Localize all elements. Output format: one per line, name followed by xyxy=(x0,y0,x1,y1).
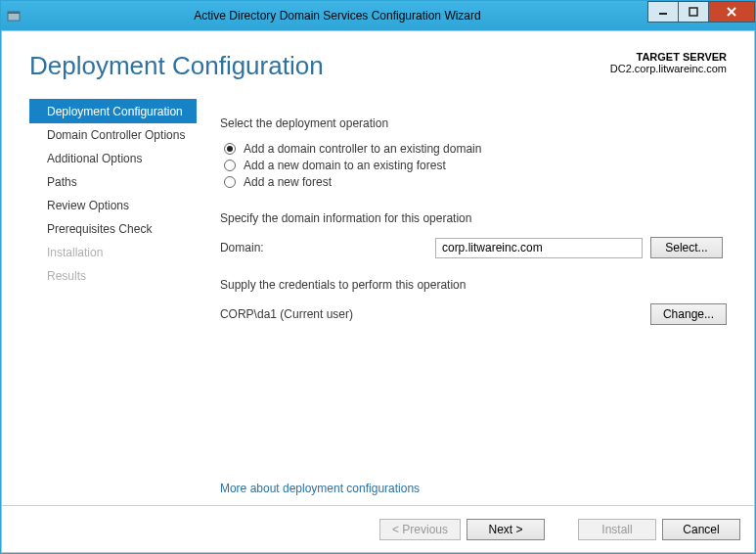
domain-label: Domain: xyxy=(220,241,435,254)
radio-label: Add a new forest xyxy=(244,175,332,189)
cancel-button[interactable]: Cancel xyxy=(662,519,740,540)
nav-results: Results xyxy=(29,264,197,288)
nav-additional-options[interactable]: Additional Options xyxy=(29,147,197,170)
change-credentials-button[interactable]: Change... xyxy=(650,303,727,325)
radio-icon xyxy=(224,143,236,155)
radio-new-domain-existing-forest[interactable]: Add a new domain to an existing forest xyxy=(224,159,727,172)
domain-input[interactable] xyxy=(435,238,643,258)
main-area: Deployment Configuration Domain Controll… xyxy=(2,89,754,505)
svg-rect-1 xyxy=(8,12,20,14)
titlebar: Active Directory Domain Services Configu… xyxy=(1,1,755,30)
next-button[interactable]: Next > xyxy=(467,519,545,540)
target-server-label: TARGET SERVER xyxy=(610,51,727,63)
nav-paths[interactable]: Paths xyxy=(29,170,197,194)
radio-label: Add a new domain to an existing forest xyxy=(244,159,446,172)
radio-label: Add a domain controller to an existing d… xyxy=(244,142,481,156)
footer: < Previous Next > Install Cancel xyxy=(2,505,754,552)
target-server-value: DC2.corp.litwareinc.com xyxy=(610,63,727,74)
svg-rect-3 xyxy=(689,8,697,16)
radio-icon xyxy=(224,160,236,171)
install-button: Install xyxy=(578,519,656,540)
page-title: Deployment Configuration xyxy=(29,51,324,81)
select-domain-button[interactable]: Select... xyxy=(650,237,723,258)
select-operation-label: Select the deployment operation xyxy=(220,116,727,130)
nav-review-options[interactable]: Review Options xyxy=(29,194,197,217)
deployment-panel: Select the deployment operation Add a do… xyxy=(197,99,727,505)
content-area: Deployment Configuration TARGET SERVER D… xyxy=(1,30,755,553)
nav-deployment-configuration[interactable]: Deployment Configuration xyxy=(29,99,197,123)
credentials-value: CORP\da1 (Current user) xyxy=(220,307,643,321)
nav-prerequisites-check[interactable]: Prerequisites Check xyxy=(29,217,197,241)
header-row: Deployment Configuration TARGET SERVER D… xyxy=(2,31,754,89)
target-server-info: TARGET SERVER DC2.corp.litwareinc.com xyxy=(610,51,727,74)
credentials-section-label: Supply the credentials to perform this o… xyxy=(220,278,727,292)
close-button[interactable] xyxy=(708,1,755,23)
nav-installation: Installation xyxy=(29,241,197,264)
window-controls xyxy=(648,1,755,23)
radio-icon xyxy=(224,176,236,188)
minimize-button[interactable] xyxy=(647,1,679,23)
credentials-row: CORP\da1 (Current user) Change... xyxy=(220,303,727,325)
sidebar: Deployment Configuration Domain Controll… xyxy=(29,99,197,505)
window-title: Active Directory Domain Services Configu… xyxy=(26,9,648,23)
app-icon xyxy=(1,1,26,30)
more-about-link[interactable]: More about deployment configurations xyxy=(220,482,420,495)
wizard-window: Active Directory Domain Services Configu… xyxy=(0,0,756,554)
domain-row: Domain: Select... xyxy=(220,237,727,258)
radio-new-forest[interactable]: Add a new forest xyxy=(224,175,727,189)
radio-add-dc-existing-domain[interactable]: Add a domain controller to an existing d… xyxy=(224,142,727,156)
previous-button: < Previous xyxy=(379,519,461,540)
specify-domain-label: Specify the domain information for this … xyxy=(220,211,727,225)
nav-domain-controller-options[interactable]: Domain Controller Options xyxy=(29,123,197,147)
maximize-button[interactable] xyxy=(678,1,709,23)
